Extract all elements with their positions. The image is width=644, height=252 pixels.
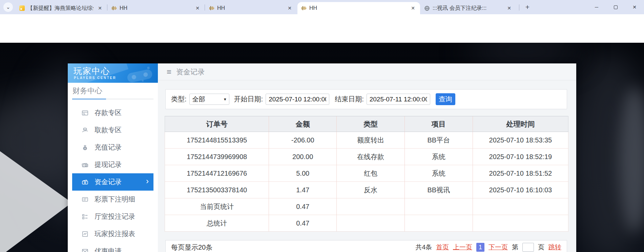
table-header-row: 订单号 金额 类型 项目 处理时间 [165, 116, 568, 132]
minimize-icon: ─ [595, 4, 598, 10]
search-button[interactable]: 查询 [436, 93, 455, 105]
window-minimize-button[interactable]: ─ [587, 0, 606, 14]
cashout-icon [81, 161, 89, 169]
tab-hh-1[interactable]: HH ✕ [108, 2, 205, 14]
start-date-input[interactable] [266, 94, 329, 105]
type-select[interactable]: 全部 ▾ [189, 94, 229, 105]
table-row-page-total: 当前页统计 0.47 [165, 198, 568, 215]
cell-type: 红包 [337, 165, 405, 182]
sidebar-item-withdraw-area[interactable]: 取款专区 [72, 121, 153, 139]
sidebar-item-label: 资金记录 [95, 177, 122, 187]
col-item: 项目 [404, 116, 473, 132]
first-page-link[interactable]: 首页 [436, 243, 449, 252]
tab-search-button[interactable]: ⌄ [3, 2, 13, 12]
cell-empty [404, 198, 473, 215]
sidebar-item-recharge-records[interactable]: ¥ 充值记录 [72, 139, 153, 156]
cell-order-id: 1752144712169676 [165, 165, 269, 182]
cell-amount: 0.47 [269, 215, 337, 232]
sidebar-item-fund-records[interactable]: 资金记录 › [72, 173, 153, 191]
main-content: ≡ 资金记录 类型: 全部 ▾ 开始日期: 结束日期: 查询 订单 [158, 63, 576, 252]
sidebar: 玩家中心 PLAYERS CENTER 财务中心 存款专区 [68, 63, 158, 252]
plus-icon: + [525, 3, 529, 11]
hh-favicon-icon [301, 5, 307, 11]
tab-separator [205, 4, 205, 11]
lottery-icon [81, 195, 89, 203]
page-header: ≡ 资金记录 [158, 63, 576, 80]
filter-bar: 类型: 全部 ▾ 开始日期: 结束日期: 查询 [165, 89, 567, 109]
sidebar-item-label: 提现记录 [95, 160, 122, 169]
window-close-button[interactable]: ✕ [625, 0, 644, 14]
hh-favicon-icon [209, 5, 214, 11]
web-page-background: 玩家中心 PLAYERS CENTER 财务中心 存款专区 [0, 43, 644, 252]
cell-item: 系统 [404, 165, 473, 182]
cell-order-id: 1752144815513395 [165, 132, 269, 149]
cell-order-id: 1752144739969908 [165, 149, 269, 165]
prev-page-link[interactable]: 上一页 [453, 243, 472, 252]
page-title: 资金记录 [176, 67, 205, 77]
chevron-right-icon: › [146, 176, 149, 186]
cell-order-id: 1752135003378140 [165, 182, 269, 198]
cell-amount: 5.00 [269, 165, 337, 182]
sidebar-item-label: 存款专区 [95, 108, 122, 117]
next-page-link[interactable]: 下一页 [489, 243, 508, 252]
cell-process-time: 2025-07-10 18:53:35 [473, 132, 568, 149]
jump-page-input[interactable] [522, 243, 534, 252]
tab-title: HH [217, 5, 283, 11]
chevron-down-icon: ▾ [224, 97, 226, 102]
start-date-label: 开始日期: [234, 95, 263, 104]
col-amount: 金额 [269, 116, 337, 132]
tab-video-records[interactable]: :::视讯 会员下注纪录::: ✕ [421, 2, 516, 14]
report-icon [81, 230, 89, 238]
jump-button[interactable]: 跳转 [548, 243, 561, 252]
sidebar-item-label: 优惠申请 [95, 247, 122, 252]
sidebar-item-label: 取款专区 [95, 125, 122, 135]
end-date-label: 结束日期: [335, 95, 364, 104]
cell-label: 总统计 [165, 215, 269, 232]
cell-empty [337, 215, 405, 232]
chevron-down-icon: ⌄ [6, 4, 11, 10]
sidebar-item-label: 充值记录 [95, 143, 122, 152]
funds-icon [81, 178, 89, 186]
total-count-label: 共4条 [415, 243, 432, 252]
tab-close-icon[interactable]: ✕ [286, 4, 293, 12]
jump-suffix-label: 页 [538, 243, 544, 252]
new-tab-button[interactable]: + [523, 3, 532, 12]
deposit-icon [81, 109, 89, 117]
tab-forum[interactable]: 【新提醒】海燕策略论坛综合交 ✕ [16, 2, 107, 14]
hall-icon [81, 213, 89, 221]
sidebar-item-player-bet-report[interactable]: 玩家投注报表 [72, 225, 153, 243]
table-row: 1752144815513395 -206.00 额度转出 BB平台 2025-… [165, 132, 568, 149]
end-date-input[interactable] [367, 94, 430, 105]
cell-amount: 1.47 [269, 182, 337, 198]
cell-empty [473, 215, 568, 232]
type-filter-label: 类型: [171, 95, 187, 104]
tab-hh-2[interactable]: HH ✕ [205, 2, 297, 14]
tab-close-icon[interactable]: ✕ [96, 4, 104, 12]
pagination-bar: 每页显示20条 共4条 首页 上一页 1 下一页 第 页 跳转 [165, 240, 567, 252]
cell-label: 当前页统计 [165, 198, 269, 215]
cell-process-time: 2025-07-10 16:10:03 [473, 182, 568, 198]
sidebar-item-promo-application[interactable]: 优惠申请 [72, 243, 153, 252]
sidebar-item-lottery-bet-detail[interactable]: 彩票下注明细 [72, 191, 153, 208]
tab-close-icon[interactable]: ✕ [194, 4, 201, 12]
cell-amount: 0.47 [269, 198, 337, 215]
cell-type: 反水 [337, 182, 405, 198]
players-center-subtitle: PLAYERS CENTER [74, 76, 116, 80]
finance-center-heading: 财务中心 [72, 86, 102, 96]
sidebar-item-hall-bet-records[interactable]: 厅室投注记录 [72, 208, 153, 225]
forum-favicon-icon [19, 5, 25, 11]
sidebar-item-withdrawal-records[interactable]: 提现记录 [72, 156, 153, 173]
tab-hh-active[interactable]: HH ✕ [297, 2, 420, 14]
section-divider [72, 99, 153, 99]
sidebar-item-deposit-area[interactable]: 存款专区 [72, 104, 153, 121]
tab-close-icon[interactable]: ✕ [409, 4, 417, 12]
players-center-banner: 玩家中心 PLAYERS CENTER [68, 63, 158, 83]
players-center-title: 玩家中心 [74, 65, 110, 77]
table-row: 1752144739969908 200.00 在线存款 系统 2025-07-… [165, 149, 568, 165]
window-restore-button[interactable] [606, 0, 625, 14]
tab-close-icon[interactable]: ✕ [505, 4, 513, 12]
cell-type: 在线存款 [337, 149, 405, 165]
current-page-badge[interactable]: 1 [476, 243, 484, 252]
recharge-icon: ¥ [81, 143, 89, 152]
table-row: 1752135003378140 1.47 反水 BB视讯 2025-07-10… [165, 182, 568, 198]
